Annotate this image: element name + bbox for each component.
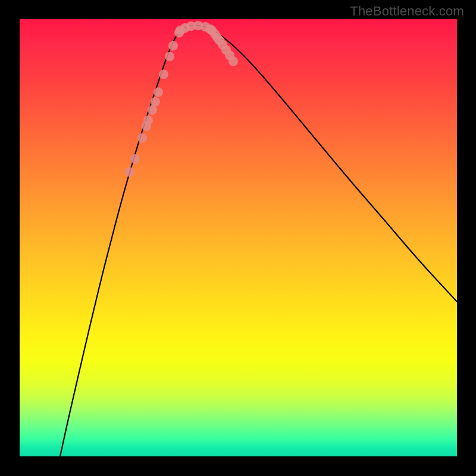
overlay-dot (130, 154, 140, 164)
overlay-dot (137, 133, 147, 143)
chart-frame: TheBottleneck.com (0, 0, 476, 476)
overlay-dots (125, 21, 238, 177)
overlay-dot (125, 167, 134, 177)
overlay-dot (151, 97, 160, 107)
overlay-dot (228, 57, 238, 66)
bottleneck-curve (60, 26, 457, 456)
overlay-dot (168, 41, 178, 51)
overlay-dot (165, 52, 174, 61)
bottleneck-curve-path (60, 26, 457, 456)
overlay-dot (143, 115, 153, 125)
curve-svg-layer (20, 19, 457, 456)
overlay-dot (154, 87, 163, 97)
watermark-text: TheBottleneck.com (350, 4, 464, 19)
overlay-dot (159, 70, 168, 79)
overlay-dot (148, 105, 157, 115)
